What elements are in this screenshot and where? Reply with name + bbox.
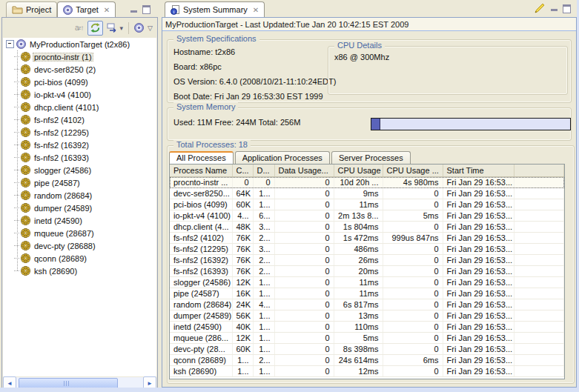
tree-item[interactable]: fs-nfs2 (12295) [3,126,156,139]
tree-item[interactable]: io-pkt-v4 (4100) [3,88,156,101]
tree-item[interactable]: dhcp.client (4101) [3,101,156,113]
target-toolbar: az↑ ▾ ▽ [3,19,156,37]
column-header[interactable]: CPU Usage [334,165,383,177]
tab-system-summary-label: System Summary [183,5,248,14]
process-cell: 110ms [334,322,383,333]
process-cell: 1... [253,277,274,288]
tree-item-label: fs-nfs2 (16392) [33,141,90,150]
column-header[interactable]: Data Usage... [274,165,334,177]
process-row[interactable]: devc-pty (28...60K1...08s 398ms0Fri Jan … [170,344,564,355]
sort-alpha-icon[interactable]: az↑ [75,21,84,35]
column-header[interactable]: D... [253,165,274,177]
process-row[interactable]: io-pkt-v4 (4100)4...6...02m 13s 8...5msF… [170,210,564,222]
tree-item[interactable]: pci-bios (4099) [3,76,156,88]
column-header[interactable]: Start Time [443,165,514,177]
process-row[interactable]: procnto-instr ...00010d 20h ...4s 980msF… [170,177,564,188]
column-header[interactable]: CPU Usage ... [383,165,443,177]
process-tab[interactable]: Server Processes [331,151,411,164]
process-tab-label: Server Processes [339,153,403,162]
process-cell: fs-nfs2 (12295) [170,244,232,255]
close-icon[interactable]: ✕ [253,6,259,14]
column-header[interactable]: Process Name [170,165,232,177]
process-row[interactable]: fs-nfs2 (16393)76K2...020ms0Fri Jan 29 1… [170,266,564,277]
process-cell: 0 [274,177,334,188]
process-cell: 1... [253,333,274,344]
process-cell: 0 [274,277,334,288]
tree-item[interactable]: inetd (24590) [3,214,156,227]
memory-usage-bar [371,118,571,130]
cpu-details-title: CPU Details [334,41,385,50]
process-cell: 1... [253,199,274,210]
system-memory-group: System Memory Used: 11M Free: 244M Total… [167,107,572,141]
tree-item-label: pipe (24587) [33,179,82,187]
process-row[interactable]: pipe (24587)16K1...011ms0Fri Jan 29 16:5… [170,288,564,299]
process-row[interactable]: dhcp.client (4...48K3...01s 804ms0Fri Ja… [170,222,564,233]
process-cell: 1... [232,355,253,366]
process-gear-icon [21,102,30,112]
process-gear-icon [21,115,30,124]
tree-item[interactable]: pipe (24587) [3,176,156,189]
tree-item[interactable]: devc-pty (28688) [3,239,156,252]
log-pencil-icon[interactable] [535,4,546,13]
process-row[interactable]: devc-ser8250...64K1...09ms0Fri Jan 29 16… [170,188,564,199]
process-cell: 24K [232,299,253,310]
process-cell: 4s 980ms [383,177,443,188]
collapse-icon[interactable] [6,40,14,48]
tree-item[interactable]: ksh (28690) [3,265,156,277]
process-gear-icon [21,165,30,175]
tree-item[interactable]: procnto-instr (1) [3,50,156,63]
tree-root[interactable]: MyProductionTarget (t2x86) [3,38,156,50]
tree-item[interactable]: random (28684) [3,189,156,202]
column-header[interactable]: C... [232,165,253,177]
process-cell: 0 [274,322,334,333]
tree-item[interactable]: dumper (24589) [3,202,156,214]
process-cell: 0 [274,344,334,355]
process-cell: 2... [253,233,274,244]
process-tab[interactable]: All Processes [169,151,234,164]
process-row[interactable]: ksh (28690)1...1...012ms0Fri Jan 29 16:5… [170,366,564,377]
tree-item[interactable]: slogger (24586) [3,164,156,176]
tab-project[interactable]: Project [6,1,57,17]
process-row[interactable]: qconn (28689)1...2...024s 614ms6msFri Ja… [170,355,564,366]
process-row[interactable]: inetd (24590)40K1...0110ms0Fri Jan 29 16… [170,322,564,333]
process-gear-icon [21,90,30,99]
refresh-icon[interactable] [87,21,103,36]
tree-item[interactable]: devc-ser8250 (2) [3,63,156,76]
total-processes-group: Total Processes: 18 All Processes Applic… [167,145,575,384]
process-row[interactable]: random (28684)24K4...06s 817ms0Fri Jan 2… [170,299,564,310]
maximize-icon[interactable] [142,5,150,14]
process-cell: ksh (28690) [170,366,232,377]
process-cell: io-pkt-v4 (4100) [170,210,232,222]
tree-item[interactable]: fs-nfs2 (4102) [3,113,156,126]
right-view-controls [535,4,571,13]
process-row[interactable]: dumper (24589)56K1...013ms0Fri Jan 29 16… [170,310,564,322]
process-cell-filler [514,188,564,199]
minimize-icon[interactable] [130,10,137,13]
target-icon[interactable] [134,21,144,35]
process-cell-filler [514,355,564,366]
view-menu-chevron-icon[interactable]: ▽ [148,21,153,35]
process-cell: 13ms [334,310,383,322]
tree-item-label: inetd (24590) [33,216,84,225]
tree-item[interactable]: qconn (28689) [3,252,156,265]
tree-item[interactable]: mqueue (28687) [3,227,156,239]
tab-system-summary[interactable]: i System Summary ✕ [165,1,265,17]
process-row[interactable]: fs-nfs2 (16392)76K2...026ms0Fri Jan 29 1… [170,255,564,266]
tree-item[interactable]: fs-nfs2 (16392) [3,139,156,151]
process-tab[interactable]: Application Processes [235,151,330,164]
process-row[interactable]: fs-nfs2 (4102)76K2...01s 472ms999us 847n… [170,233,564,244]
minimize-icon[interactable] [551,9,558,11]
maximize-icon[interactable] [563,4,571,13]
process-row[interactable]: mqueue (286...12K1...05ms0Fri Jan 29 16:… [170,333,564,344]
process-cell: 76K [232,244,253,255]
tab-target[interactable]: Target ✕ [57,1,116,17]
spec-field: OS Version: 6.4.0 (2008/10/21-11:10:24ED… [173,74,336,89]
process-cell: 11ms [334,199,383,210]
process-cell: 64K [232,188,253,199]
process-row[interactable]: pci-bios (4099)60K1...011ms0Fri Jan 29 1… [170,199,564,210]
close-icon[interactable]: ✕ [104,6,110,14]
tree-item[interactable]: fs-nfs2 (16393) [3,151,156,164]
process-row[interactable]: slogger (24586)12K1...011ms0Fri Jan 29 1… [170,277,564,288]
process-row[interactable]: fs-nfs2 (12295)76K3...0486ms0Fri Jan 29 … [170,244,564,255]
switch-target-icon[interactable]: ▾ [107,21,124,35]
